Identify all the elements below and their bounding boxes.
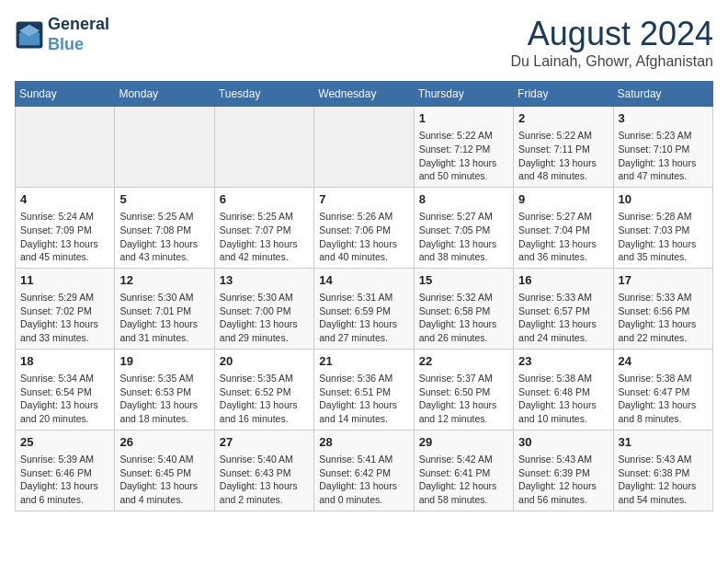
day-info: Sunrise: 5:34 AM Sunset: 6:54 PM Dayligh… — [20, 372, 109, 426]
calendar-table: SundayMondayTuesdayWednesdayThursdayFrid… — [15, 81, 713, 511]
logo-icon — [15, 20, 44, 50]
day-info: Sunrise: 5:29 AM Sunset: 7:02 PM Dayligh… — [20, 291, 109, 345]
day-number: 17 — [619, 272, 708, 289]
weekday-header: Friday — [514, 82, 613, 107]
day-number: 24 — [619, 353, 708, 370]
day-number: 16 — [518, 272, 608, 289]
calendar-week-row: 4Sunrise: 5:24 AM Sunset: 7:09 PM Daylig… — [16, 187, 713, 268]
weekday-header: Monday — [115, 82, 214, 107]
logo: General Blue — [15, 15, 109, 54]
calendar-cell: 8Sunrise: 5:27 AM Sunset: 7:05 PM Daylig… — [414, 187, 513, 268]
calendar-cell — [214, 107, 313, 188]
calendar-cell: 17Sunrise: 5:33 AM Sunset: 6:56 PM Dayli… — [613, 268, 712, 349]
day-number: 8 — [419, 191, 508, 208]
day-number: 26 — [119, 434, 209, 451]
weekday-header: Tuesday — [214, 82, 313, 107]
calendar-cell: 22Sunrise: 5:37 AM Sunset: 6:50 PM Dayli… — [414, 349, 513, 430]
weekday-header: Saturday — [613, 82, 712, 107]
weekday-header: Sunday — [16, 82, 115, 107]
calendar-cell: 21Sunrise: 5:36 AM Sunset: 6:51 PM Dayli… — [314, 349, 414, 430]
day-info: Sunrise: 5:26 AM Sunset: 7:06 PM Dayligh… — [319, 210, 408, 264]
day-info: Sunrise: 5:38 AM Sunset: 6:48 PM Dayligh… — [518, 372, 608, 426]
day-info: Sunrise: 5:43 AM Sunset: 6:39 PM Dayligh… — [518, 453, 608, 507]
calendar-cell: 4Sunrise: 5:24 AM Sunset: 7:09 PM Daylig… — [16, 187, 115, 268]
day-info: Sunrise: 5:24 AM Sunset: 7:09 PM Dayligh… — [20, 210, 109, 264]
calendar-cell: 10Sunrise: 5:28 AM Sunset: 7:03 PM Dayli… — [613, 187, 712, 268]
page-header: General Blue August 2024 Du Lainah, Ghow… — [15, 15, 713, 70]
calendar-cell: 11Sunrise: 5:29 AM Sunset: 7:02 PM Dayli… — [16, 268, 115, 349]
day-info: Sunrise: 5:28 AM Sunset: 7:03 PM Dayligh… — [619, 210, 708, 264]
day-number: 6 — [220, 191, 309, 208]
day-info: Sunrise: 5:27 AM Sunset: 7:05 PM Dayligh… — [419, 210, 508, 264]
day-number: 27 — [220, 434, 309, 451]
day-info: Sunrise: 5:30 AM Sunset: 7:00 PM Dayligh… — [220, 291, 309, 345]
logo-text: General Blue — [48, 15, 109, 54]
day-number: 4 — [20, 191, 109, 208]
day-number: 12 — [119, 272, 209, 289]
calendar-cell — [16, 107, 115, 188]
calendar-cell: 26Sunrise: 5:40 AM Sunset: 6:45 PM Dayli… — [115, 430, 214, 511]
day-number: 20 — [220, 353, 309, 370]
day-info: Sunrise: 5:41 AM Sunset: 6:42 PM Dayligh… — [319, 453, 408, 507]
day-number: 25 — [20, 434, 109, 451]
calendar-cell: 28Sunrise: 5:41 AM Sunset: 6:42 PM Dayli… — [314, 430, 414, 511]
calendar-cell: 29Sunrise: 5:42 AM Sunset: 6:41 PM Dayli… — [414, 430, 513, 511]
day-number: 14 — [319, 272, 408, 289]
day-info: Sunrise: 5:38 AM Sunset: 6:47 PM Dayligh… — [619, 372, 708, 426]
calendar-cell: 24Sunrise: 5:38 AM Sunset: 6:47 PM Dayli… — [613, 349, 712, 430]
calendar-cell: 20Sunrise: 5:35 AM Sunset: 6:52 PM Dayli… — [214, 349, 313, 430]
day-number: 29 — [419, 434, 508, 451]
day-info: Sunrise: 5:42 AM Sunset: 6:41 PM Dayligh… — [419, 453, 508, 507]
day-info: Sunrise: 5:32 AM Sunset: 6:58 PM Dayligh… — [419, 291, 508, 345]
day-number: 3 — [619, 110, 708, 127]
calendar-week-row: 18Sunrise: 5:34 AM Sunset: 6:54 PM Dayli… — [16, 349, 713, 430]
day-info: Sunrise: 5:35 AM Sunset: 6:52 PM Dayligh… — [220, 372, 309, 426]
day-info: Sunrise: 5:39 AM Sunset: 6:46 PM Dayligh… — [20, 453, 109, 507]
day-number: 18 — [20, 353, 109, 370]
day-info: Sunrise: 5:27 AM Sunset: 7:04 PM Dayligh… — [518, 210, 608, 264]
day-number: 21 — [319, 353, 408, 370]
day-info: Sunrise: 5:37 AM Sunset: 6:50 PM Dayligh… — [419, 372, 508, 426]
day-number: 30 — [518, 434, 608, 451]
calendar-cell: 30Sunrise: 5:43 AM Sunset: 6:39 PM Dayli… — [514, 430, 613, 511]
title-block: August 2024 Du Lainah, Ghowr, Afghanista… — [510, 15, 713, 70]
day-number: 23 — [518, 353, 608, 370]
calendar-cell: 25Sunrise: 5:39 AM Sunset: 6:46 PM Dayli… — [16, 430, 115, 511]
calendar-cell: 31Sunrise: 5:43 AM Sunset: 6:38 PM Dayli… — [613, 430, 712, 511]
day-number: 1 — [419, 110, 508, 127]
calendar-subtitle: Du Lainah, Ghowr, Afghanistan — [510, 53, 713, 70]
calendar-cell: 5Sunrise: 5:25 AM Sunset: 7:08 PM Daylig… — [115, 187, 214, 268]
calendar-cell — [314, 107, 414, 188]
day-info: Sunrise: 5:22 AM Sunset: 7:12 PM Dayligh… — [419, 129, 508, 183]
calendar-title: August 2024 — [510, 15, 713, 53]
calendar-cell: 16Sunrise: 5:33 AM Sunset: 6:57 PM Dayli… — [514, 268, 613, 349]
day-info: Sunrise: 5:23 AM Sunset: 7:10 PM Dayligh… — [619, 129, 708, 183]
day-info: Sunrise: 5:40 AM Sunset: 6:43 PM Dayligh… — [220, 453, 309, 507]
day-info: Sunrise: 5:35 AM Sunset: 6:53 PM Dayligh… — [119, 372, 209, 426]
calendar-cell: 19Sunrise: 5:35 AM Sunset: 6:53 PM Dayli… — [115, 349, 214, 430]
weekday-header-row: SundayMondayTuesdayWednesdayThursdayFrid… — [16, 82, 713, 107]
day-info: Sunrise: 5:33 AM Sunset: 6:56 PM Dayligh… — [619, 291, 708, 345]
day-number: 22 — [419, 353, 508, 370]
calendar-cell — [115, 107, 214, 188]
calendar-cell: 12Sunrise: 5:30 AM Sunset: 7:01 PM Dayli… — [115, 268, 214, 349]
calendar-cell: 2Sunrise: 5:22 AM Sunset: 7:11 PM Daylig… — [514, 107, 613, 188]
calendar-cell: 7Sunrise: 5:26 AM Sunset: 7:06 PM Daylig… — [314, 187, 414, 268]
calendar-cell: 15Sunrise: 5:32 AM Sunset: 6:58 PM Dayli… — [414, 268, 513, 349]
day-number: 15 — [419, 272, 508, 289]
day-number: 5 — [119, 191, 209, 208]
calendar-cell: 1Sunrise: 5:22 AM Sunset: 7:12 PM Daylig… — [414, 107, 513, 188]
day-info: Sunrise: 5:40 AM Sunset: 6:45 PM Dayligh… — [119, 453, 209, 507]
calendar-cell: 9Sunrise: 5:27 AM Sunset: 7:04 PM Daylig… — [514, 187, 613, 268]
weekday-header: Wednesday — [314, 82, 414, 107]
day-info: Sunrise: 5:31 AM Sunset: 6:59 PM Dayligh… — [319, 291, 408, 345]
day-info: Sunrise: 5:33 AM Sunset: 6:57 PM Dayligh… — [518, 291, 608, 345]
calendar-cell: 6Sunrise: 5:25 AM Sunset: 7:07 PM Daylig… — [214, 187, 313, 268]
calendar-week-row: 11Sunrise: 5:29 AM Sunset: 7:02 PM Dayli… — [16, 268, 713, 349]
day-number: 31 — [619, 434, 708, 451]
day-number: 11 — [20, 272, 109, 289]
calendar-cell: 18Sunrise: 5:34 AM Sunset: 6:54 PM Dayli… — [16, 349, 115, 430]
calendar-week-row: 1Sunrise: 5:22 AM Sunset: 7:12 PM Daylig… — [16, 107, 713, 188]
calendar-cell: 14Sunrise: 5:31 AM Sunset: 6:59 PM Dayli… — [314, 268, 414, 349]
day-info: Sunrise: 5:36 AM Sunset: 6:51 PM Dayligh… — [319, 372, 408, 426]
